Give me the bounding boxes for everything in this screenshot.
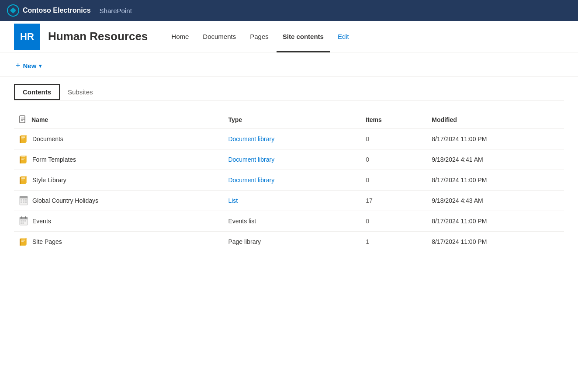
table-row: Style Library Document library 0 8/17/20… [14,170,564,191]
doc-lib-icon [19,237,28,246]
cell-type: Document library [223,170,360,191]
svg-rect-10 [21,156,25,157]
cell-modified: 8/17/2024 11:00 PM [426,211,564,232]
type-link[interactable]: List [228,197,238,204]
cell-items: 17 [360,191,426,211]
cell-modified: 8/17/2024 11:00 PM [426,232,564,252]
svg-rect-41 [21,241,24,242]
item-name[interactable]: Global Country Holidays [32,197,98,204]
item-name[interactable]: Form Templates [32,156,76,163]
new-button[interactable]: + New ▾ [14,59,43,73]
svg-rect-35 [21,222,22,224]
col-header-type: Type [223,111,360,129]
type-link[interactable]: Document library [228,177,274,184]
events-icon [19,216,28,226]
svg-rect-13 [20,156,21,163]
nav-documents[interactable]: Documents [197,21,242,52]
cell-type: Document library [223,149,360,170]
cell-modified: 9/18/2024 4:41 AM [426,149,564,170]
svg-rect-31 [25,216,26,219]
product-name: SharePoint [100,7,132,14]
cell-type: Page library [223,232,360,252]
svg-rect-24 [25,199,27,201]
nav-edit[interactable]: Edit [332,21,355,52]
svg-rect-27 [25,201,27,203]
cell-modified: 8/17/2024 11:00 PM [426,170,564,191]
cell-items: 0 [360,170,426,191]
company-name: Contoso Electronics [23,7,91,14]
cell-type: List [223,191,360,211]
cell-items: 0 [360,149,426,170]
svg-rect-18 [21,180,24,180]
cell-modified: 9/18/2024 4:43 AM [426,191,564,211]
svg-rect-29 [20,217,28,219]
site-header: HR Human Resources Home Documents Pages … [0,21,578,52]
type-text: Page library [228,238,261,245]
cell-name: Site Pages [14,232,223,252]
tab-subsites[interactable]: Subsites [60,85,101,99]
nav-pages[interactable]: Pages [244,21,275,52]
doc-lib-icon [19,175,28,185]
svg-rect-16 [21,177,25,178]
table-row: Global Country Holidays List 17 9/18/202… [14,191,564,211]
svg-rect-42 [20,239,21,246]
table-header-row: Name Type Items Modified [14,111,564,129]
item-name[interactable]: Events [32,218,51,225]
svg-rect-7 [20,136,21,143]
svg-rect-19 [20,177,21,184]
item-name[interactable]: Style Library [32,177,66,184]
nav-home[interactable]: Home [165,21,195,52]
item-name[interactable]: Site Pages [32,238,62,245]
cell-items: 0 [360,129,426,149]
topbar: Contoso Electronics SharePoint [0,0,578,21]
cell-name: Style Library [14,170,223,191]
cell-items: 0 [360,211,426,232]
command-bar: + New ▾ [0,52,578,77]
tab-contents[interactable]: Contents [14,84,60,100]
cell-name: Form Templates [14,149,223,170]
nav-site-contents[interactable]: Site contents [277,21,330,52]
tabs: Contents Subsites [14,84,564,100]
svg-rect-30 [21,216,22,219]
type-link[interactable]: Document library [228,156,274,163]
plus-icon: + [16,61,21,70]
item-name[interactable]: Documents [32,135,63,142]
company-logo[interactable]: Contoso Electronics [7,4,91,17]
list-icon [19,196,28,205]
table-row: Site Pages Page library 1 8/17/2024 11:0… [14,232,564,252]
contents-table: Name Type Items Modified Documents [14,111,564,252]
svg-rect-21 [20,196,28,198]
content-area: Name Type Items Modified Documents [0,101,578,252]
chevron-down-icon: ▾ [39,63,42,69]
doc-lib-icon [19,134,28,144]
col-header-name: Name [14,111,223,129]
type-link[interactable]: Document library [228,135,274,142]
svg-rect-39 [21,239,25,239]
col-header-items: Items [360,111,426,129]
svg-rect-6 [21,139,24,139]
cell-type: Document library [223,129,360,149]
cell-name: Global Country Holidays [14,191,223,211]
file-header-icon [19,115,27,124]
site-logo[interactable]: HR [14,24,40,50]
svg-rect-17 [21,178,25,179]
svg-rect-34 [24,220,26,222]
cell-type: Events list [223,211,360,232]
svg-rect-25 [21,201,22,203]
cell-name: Events [14,211,223,232]
col-header-modified: Modified [426,111,564,129]
new-label: New [23,62,37,69]
svg-rect-32 [21,220,22,222]
svg-rect-11 [21,158,25,159]
table-row: Form Templates Document library 0 9/18/2… [14,149,564,170]
svg-rect-23 [23,199,24,201]
site-title: Human Resources [48,30,148,43]
svg-rect-5 [21,137,25,138]
cell-name: Documents [14,129,223,149]
svg-rect-26 [23,201,24,203]
svg-rect-12 [21,159,24,160]
svg-rect-22 [21,199,22,201]
svg-rect-40 [21,240,25,241]
contoso-icon [7,4,19,17]
table-row: Events Events list 0 8/17/2024 11:00 PM [14,211,564,232]
